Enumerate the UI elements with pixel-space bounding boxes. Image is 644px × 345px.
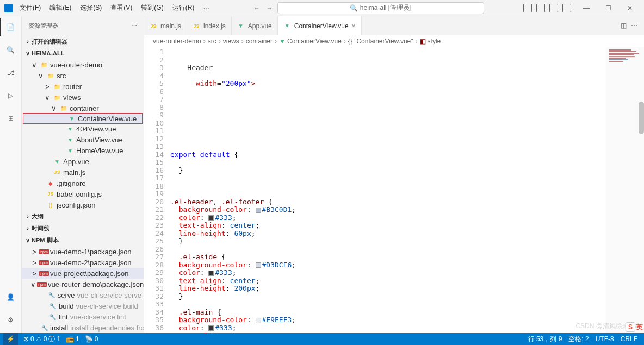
- tree-item[interactable]: ∨📁container: [22, 103, 144, 114]
- code-line[interactable]: [170, 135, 606, 143]
- menu-item[interactable]: 查看(V): [106, 1, 137, 15]
- code-line[interactable]: width="200px">: [170, 80, 606, 88]
- split-editor-icon[interactable]: ◫: [621, 22, 627, 29]
- tab-more-icon[interactable]: ⋯: [631, 22, 637, 29]
- layout-icon-3[interactable]: [549, 4, 558, 12]
- code-line[interactable]: color: #333;: [170, 214, 606, 222]
- section-timeline[interactable]: ›时间线: [22, 222, 144, 234]
- section-outline[interactable]: ›大纲: [22, 210, 144, 222]
- tree-item[interactable]: ∨📁vue-router-demo: [22, 59, 144, 70]
- code-line[interactable]: }: [170, 237, 606, 246]
- breadcrumb-item[interactable]: {} "ContainerView.vue": [348, 37, 413, 45]
- command-center-search[interactable]: 🔍 heima-all [管理员]: [277, 2, 484, 14]
- code-line[interactable]: export default {: [170, 151, 606, 159]
- code-line[interactable]: color: #333;: [170, 324, 606, 333]
- code-line[interactable]: text-align: center;: [170, 222, 606, 230]
- tree-item[interactable]: ▼HomeView.vue: [22, 145, 144, 156]
- code-line[interactable]: [170, 120, 606, 128]
- tree-item[interactable]: ∨📁src: [22, 70, 144, 81]
- code-line[interactable]: background-color: #B3C0D1;: [170, 206, 606, 214]
- npm-script-item[interactable]: 🔧lint vue-cli-service lint: [22, 311, 144, 322]
- menu-item[interactable]: 转到(G): [137, 1, 168, 15]
- npm-script-item[interactable]: 🔧install install dependencies from packa…: [22, 322, 144, 333]
- code-line[interactable]: [170, 246, 606, 254]
- code-line[interactable]: [170, 72, 606, 80]
- code-line[interactable]: text-align: center;: [170, 332, 606, 333]
- code-line[interactable]: [170, 96, 606, 104]
- breadcrumb-item[interactable]: vue-router-demo: [153, 37, 201, 45]
- npm-script-item[interactable]: >npmvue-demo-1\package.json: [22, 246, 144, 257]
- nav-back-icon[interactable]: ←: [253, 4, 260, 12]
- menu-item[interactable]: 编辑(E): [45, 1, 76, 15]
- code-line[interactable]: text-align: center;: [170, 277, 606, 285]
- code-line[interactable]: [170, 48, 606, 57]
- code-line[interactable]: [170, 104, 606, 112]
- ime-indicator-icon[interactable]: S: [626, 322, 635, 332]
- breadcrumb-item[interactable]: ▼ ContainerView.vue: [279, 37, 342, 45]
- status-problems[interactable]: ⊗0 ⚠0 ⓘ1: [23, 335, 60, 344]
- section-open-editors[interactable]: ›打开的编辑器: [22, 35, 144, 47]
- code-line[interactable]: [170, 174, 606, 183]
- layout-icon-2[interactable]: [536, 4, 545, 12]
- status-port[interactable]: 📡 0: [85, 335, 98, 343]
- close-button[interactable]: ✕: [619, 0, 641, 16]
- activity-explorer-icon[interactable]: 📄: [4, 21, 17, 34]
- remote-indicator[interactable]: ⚡: [3, 333, 18, 345]
- menu-item[interactable]: 文件(F): [15, 1, 45, 15]
- status-encoding[interactable]: UTF-8: [596, 335, 614, 343]
- code-line[interactable]: </span>: [170, 190, 606, 198]
- code-line[interactable]: .el-header, .el-footer {: [170, 198, 606, 206]
- minimap[interactable]: [606, 47, 644, 333]
- code-line[interactable]: [170, 57, 606, 65]
- nav-forward-icon[interactable]: →: [267, 4, 273, 12]
- code-line[interactable]: [170, 300, 606, 309]
- tree-item[interactable]: JSbabel.config.js: [22, 189, 144, 199]
- section-npm-scripts[interactable]: ∨NPM 脚本: [22, 234, 144, 246]
- code-line[interactable]: background-color: #E9EEF3;: [170, 316, 606, 324]
- activity-debug-icon[interactable]: ▷: [4, 89, 17, 102]
- menu-item[interactable]: …: [199, 1, 214, 15]
- code-editor[interactable]: 1234567891011121314151617181920212223242…: [144, 47, 644, 333]
- editor-tab[interactable]: JSmain.js: [144, 16, 187, 35]
- code-line[interactable]: .el-main {: [170, 309, 606, 317]
- maximize-button[interactable]: ☐: [597, 0, 619, 16]
- tree-item[interactable]: ▼ContainerView.vue: [23, 113, 143, 124]
- breadcrumb-item[interactable]: src: [208, 37, 216, 45]
- status-line-col[interactable]: 行 53，列 9: [528, 335, 562, 344]
- status-radio[interactable]: 📻 1: [66, 335, 79, 343]
- npm-script-item[interactable]: ∨npmvue-router-demo\package.json: [22, 279, 144, 290]
- status-spaces[interactable]: 空格: 2: [568, 335, 589, 344]
- layout-icon-4[interactable]: [562, 4, 571, 12]
- activity-account-icon[interactable]: 👤: [4, 291, 17, 304]
- editor-scrollbar[interactable]: [639, 102, 644, 134]
- code-line[interactable]: [170, 159, 606, 167]
- tree-item[interactable]: ▼AboutView.vue: [22, 134, 144, 145]
- activity-search-icon[interactable]: 🔍: [4, 43, 17, 57]
- code-line[interactable]: [170, 183, 606, 191]
- code-line[interactable]: line-height: 200px;: [170, 285, 606, 293]
- code-line[interactable]: }: [170, 293, 606, 301]
- status-eol[interactable]: CRLF: [621, 335, 637, 343]
- npm-script-item[interactable]: 🔧build vue-cli-service build: [22, 300, 144, 311]
- tree-item[interactable]: ∨📁views: [22, 92, 144, 103]
- editor-tab[interactable]: ▼App.vue: [232, 16, 278, 35]
- tree-item[interactable]: JSmain.js: [22, 167, 144, 178]
- code-line[interactable]: [170, 88, 606, 96]
- npm-script-item[interactable]: 🔧serve vue-cli-service serve: [22, 290, 144, 300]
- activity-settings-icon[interactable]: ⚙: [4, 313, 17, 327]
- tab-close-icon[interactable]: ×: [352, 22, 356, 30]
- minimize-button[interactable]: —: [575, 0, 597, 16]
- code-line[interactable]: [170, 127, 606, 135]
- tree-item[interactable]: ◆.gitignore: [22, 178, 144, 189]
- breadcrumb-item[interactable]: container: [246, 37, 273, 45]
- code-line[interactable]: }: [170, 167, 606, 175]
- code-line[interactable]: color: #333;: [170, 269, 606, 277]
- code-line[interactable]: </span>: [170, 143, 606, 151]
- menu-item[interactable]: 运行(R): [168, 1, 199, 15]
- menu-item[interactable]: 选择(S): [76, 1, 106, 15]
- tree-item[interactable]: ▼404View.vue: [22, 123, 144, 134]
- breadcrumb[interactable]: vue-router-demo›src›views›container›▼ Co…: [144, 35, 644, 47]
- section-workspace[interactable]: ∨HEIMA-ALL: [22, 47, 144, 59]
- activity-git-icon[interactable]: ⎇: [4, 66, 17, 79]
- npm-script-item[interactable]: >npmvue-project\package.json: [22, 268, 144, 279]
